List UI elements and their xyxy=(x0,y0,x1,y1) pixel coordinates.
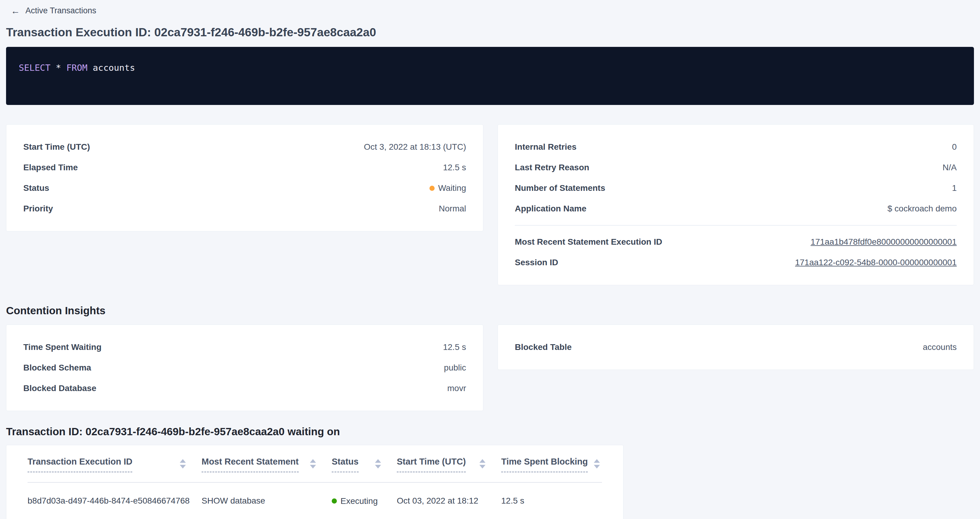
status-waiting-dot-icon xyxy=(430,186,434,191)
sql-keyword-select: SELECT xyxy=(19,63,51,73)
sort-icon xyxy=(310,459,316,468)
row-session-id: Session ID 171aa122-c092-54b8-0000-00000… xyxy=(515,252,957,273)
status-label: Status xyxy=(23,183,49,193)
contention-right-card: Blocked Table accounts xyxy=(498,325,974,370)
row-priority: Priority Normal xyxy=(23,198,466,219)
cell-start-time: Oct 03, 2022 at 18:12 xyxy=(397,496,501,506)
column-header-most-recent-statement[interactable]: Most Recent Statement xyxy=(202,457,332,472)
blocked-schema-value: public xyxy=(444,363,466,373)
row-blocked-schema: Blocked Schema public xyxy=(23,357,466,378)
statement-execution-id-label: Most Recent Statement Execution ID xyxy=(515,237,662,247)
application-name-value: $ cockroach demo xyxy=(888,204,957,214)
back-to-active-transactions-link[interactable]: ← Active Transactions xyxy=(11,6,96,16)
row-blocked-table: Blocked Table accounts xyxy=(515,337,957,357)
status-executing-dot-icon xyxy=(332,498,337,503)
column-header-transaction-execution-id[interactable]: Transaction Execution ID xyxy=(27,457,202,472)
column-header-status[interactable]: Status xyxy=(332,457,397,472)
start-time-label: Start Time (UTC) xyxy=(23,142,90,152)
blocked-table-label: Blocked Table xyxy=(515,342,572,352)
status-executing-text: Executing xyxy=(340,496,378,506)
sort-icon xyxy=(375,459,381,468)
page-title: Transaction Execution ID: 02ca7931-f246-… xyxy=(6,26,974,39)
row-start-time: Start Time (UTC) Oct 3, 2022 at 18:13 (U… xyxy=(23,137,466,157)
sort-icon xyxy=(594,459,600,468)
overview-cards-row: Start Time (UTC) Oct 3, 2022 at 18:13 (U… xyxy=(6,124,974,285)
priority-label: Priority xyxy=(23,204,53,214)
overview-left-card: Start Time (UTC) Oct 3, 2022 at 18:13 (U… xyxy=(6,124,483,232)
status-value: Waiting xyxy=(430,183,466,193)
start-time-value: Oct 3, 2022 at 18:13 (UTC) xyxy=(364,142,466,152)
contention-cards-row: Time Spent Waiting 12.5 s Blocked Schema… xyxy=(6,325,974,411)
transaction-details-page: ← Active Transactions Transaction Execut… xyxy=(0,0,980,519)
contention-insights-heading: Contention Insights xyxy=(6,305,974,317)
time-spent-waiting-value: 12.5 s xyxy=(443,342,466,352)
priority-value: Normal xyxy=(439,204,466,214)
waiting-on-heading: Transaction ID: 02ca7931-f246-469b-b2fe-… xyxy=(6,425,974,438)
application-name-label: Application Name xyxy=(515,204,586,214)
internal-retries-value: 0 xyxy=(952,142,957,152)
waiting-table-header: Transaction Execution ID Most Recent Sta… xyxy=(27,457,602,472)
waiting-on-table-card: Transaction Execution ID Most Recent Sta… xyxy=(6,445,624,519)
sort-icon xyxy=(479,459,485,468)
column-label: Time Spent Blocking xyxy=(501,457,588,472)
column-label: Start Time (UTC) xyxy=(397,457,466,472)
number-of-statements-label: Number of Statements xyxy=(515,183,605,193)
cell-status: Executing xyxy=(332,496,397,506)
row-number-of-statements: Number of Statements 1 xyxy=(515,178,957,198)
blocked-database-label: Blocked Database xyxy=(23,384,96,393)
column-header-start-time[interactable]: Start Time (UTC) xyxy=(397,457,501,472)
sql-identifier: accounts xyxy=(88,63,135,73)
blocked-database-value: movr xyxy=(447,384,466,393)
sort-icon xyxy=(180,459,186,468)
overview-right-card: Internal Retries 0 Last Retry Reason N/A… xyxy=(498,124,974,285)
row-elapsed-time: Elapsed Time 12.5 s xyxy=(23,157,466,178)
internal-retries-label: Internal Retries xyxy=(515,142,577,152)
column-header-time-spent-blocking[interactable]: Time Spent Blocking xyxy=(501,457,602,472)
elapsed-time-value: 12.5 s xyxy=(443,163,466,172)
statement-execution-id-link[interactable]: 171aa1b478fdf0e80000000000000001 xyxy=(810,237,957,247)
row-blocked-database: Blocked Database movr xyxy=(23,378,466,398)
session-id-link[interactable]: 171aa122-c092-54b8-0000-000000000001 xyxy=(795,258,957,267)
column-label: Status xyxy=(332,457,359,472)
sql-keyword-from: FROM xyxy=(66,63,88,73)
sql-operator: * xyxy=(51,63,66,73)
session-id-label: Session ID xyxy=(515,258,558,267)
row-status: Status Waiting xyxy=(23,178,466,198)
column-label: Transaction Execution ID xyxy=(27,457,132,472)
column-label: Most Recent Statement xyxy=(202,457,299,472)
number-of-statements-value: 1 xyxy=(952,183,957,193)
cell-transaction-execution-id: b8d7d03a-d497-446b-8474-e50846674768 xyxy=(27,496,202,506)
blocked-table-value: accounts xyxy=(923,342,957,352)
blocked-schema-label: Blocked Schema xyxy=(23,363,91,373)
card-divider xyxy=(515,225,957,225)
row-application-name: Application Name $ cockroach demo xyxy=(515,198,957,219)
elapsed-time-label: Elapsed Time xyxy=(23,163,78,172)
last-retry-reason-label: Last Retry Reason xyxy=(515,163,589,172)
table-row: b8d7d03a-d497-446b-8474-e50846674768 SHO… xyxy=(27,483,602,519)
time-spent-waiting-label: Time Spent Waiting xyxy=(23,342,102,352)
row-last-retry-reason: Last Retry Reason N/A xyxy=(515,157,957,178)
row-time-spent-waiting: Time Spent Waiting 12.5 s xyxy=(23,337,466,357)
back-arrow-icon: ← xyxy=(11,6,20,16)
status-waiting-text: Waiting xyxy=(438,183,466,193)
last-retry-reason-value: N/A xyxy=(942,163,957,172)
sql-statement-box: SELECT * FROM accounts xyxy=(6,47,974,105)
back-link-label: Active Transactions xyxy=(25,6,96,16)
cell-most-recent-statement: SHOW database xyxy=(202,496,332,506)
row-statement-execution-id: Most Recent Statement Execution ID 171aa… xyxy=(515,232,957,252)
contention-left-card: Time Spent Waiting 12.5 s Blocked Schema… xyxy=(6,325,483,411)
row-internal-retries: Internal Retries 0 xyxy=(515,137,957,157)
cell-time-spent-blocking: 12.5 s xyxy=(501,496,602,506)
